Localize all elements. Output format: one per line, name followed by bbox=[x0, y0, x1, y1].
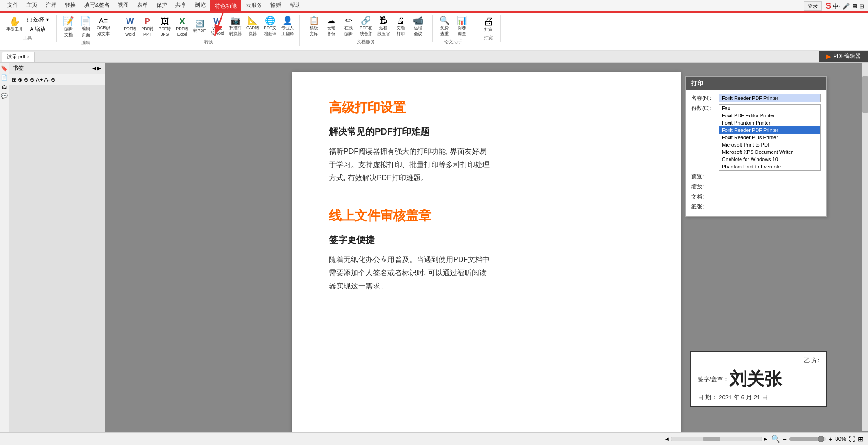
printer-onenote[interactable]: OneNote for Windows 10 bbox=[719, 156, 820, 163]
sidebar-tool-5[interactable]: A+ bbox=[36, 76, 43, 83]
sidebar-nav-icons: ◀ ▶ bbox=[92, 65, 101, 71]
compress-btn[interactable]: 🗜 远程线压缩 bbox=[375, 16, 392, 38]
pdf-to-excel-btn[interactable]: X PDF转Excel bbox=[174, 16, 191, 37]
survey-btn[interactable]: 📊 阅卷调查 bbox=[454, 16, 470, 38]
menu-convert[interactable]: 转换 bbox=[61, 0, 79, 12]
scroll-right-icon[interactable]: ▶ bbox=[764, 436, 767, 441]
cad-converter-btn[interactable]: 📐 CAD转换器 bbox=[244, 16, 261, 38]
zoom-minus-btn[interactable]: − bbox=[783, 435, 787, 443]
menu-protect[interactable]: 保护 bbox=[153, 0, 171, 12]
printer-fax[interactable]: Fax bbox=[719, 105, 820, 112]
select-tool-btn[interactable]: ⬚ 选择 ▾ bbox=[26, 16, 50, 24]
menu-gift[interactable]: 输赠 bbox=[267, 0, 285, 12]
compress-label: 远程线压缩 bbox=[377, 25, 390, 37]
template-lib-btn[interactable]: 📋 模板文库 bbox=[306, 16, 322, 38]
compress-icon: 🗜 bbox=[379, 16, 387, 25]
hand-tool-btn[interactable]: ✋ 手型工具 bbox=[5, 16, 25, 33]
scroll-bar-horizontal[interactable] bbox=[671, 437, 762, 441]
zoom-out-icon[interactable]: 🔍 bbox=[771, 435, 780, 443]
top-menu-bar: 文件 主页 注释 转换 填写&签名 视图 表单 保护 共享 浏览 特色功能 云服… bbox=[0, 0, 868, 13]
menu-annotate[interactable]: 注释 bbox=[42, 0, 60, 12]
sidebar-back-icon[interactable]: ◀ bbox=[92, 65, 96, 71]
remote-meeting-btn[interactable]: 📹 远程会议 bbox=[410, 16, 426, 38]
menu-special-function[interactable]: 特色功能 bbox=[210, 0, 241, 12]
login-button[interactable]: 登录 bbox=[804, 1, 822, 11]
scan-to-converter-btn[interactable]: 📷 扫描件转换器 bbox=[227, 16, 243, 38]
bookmark-icon[interactable]: 🔖 bbox=[1, 65, 8, 72]
layer-icon[interactable]: 🗂 bbox=[2, 84, 7, 90]
page-icon[interactable]: 📄 bbox=[1, 74, 8, 81]
free-check-btn[interactable]: 🔍 免费查重 bbox=[436, 16, 453, 38]
sidebar-tool-2[interactable]: ⊕ bbox=[18, 76, 23, 83]
sidebar-tool-3[interactable]: ⊖ bbox=[24, 76, 29, 83]
pdf-to-ppt-btn[interactable]: P PDF转PPT bbox=[139, 16, 156, 37]
ocr-btn[interactable]: A≡ OCR识别文本 bbox=[95, 16, 112, 38]
doc-tab-demo[interactable]: 演示.pdf × bbox=[2, 52, 35, 62]
sidebar-tool-4[interactable]: ⊕ bbox=[30, 76, 35, 83]
pdf-word-icon: W bbox=[126, 17, 134, 26]
printer-foxit-reader-plus[interactable]: Foxit Reader Plus Printer bbox=[719, 134, 820, 141]
print-dialog-content: 名称(N): 份数(C): Fax Foxit PDF Editor Print… bbox=[686, 90, 826, 216]
sidebar-forward-icon[interactable]: ▶ bbox=[97, 65, 101, 71]
menu-form[interactable]: 表单 bbox=[133, 0, 152, 12]
grid-view-icon[interactable]: ⊞ bbox=[858, 435, 863, 443]
printer-evernote[interactable]: Phantom Print to Evernote bbox=[719, 163, 820, 170]
doc-tab-close[interactable]: × bbox=[27, 54, 30, 59]
online-edit-icon: ✏ bbox=[345, 16, 352, 25]
fullscreen-icon[interactable]: ⛶ bbox=[849, 435, 855, 443]
zoom-slider[interactable] bbox=[789, 437, 826, 441]
scroll-left-icon[interactable]: ◀ bbox=[665, 436, 669, 441]
scroll-thumb-vertical bbox=[862, 76, 868, 113]
menu-file[interactable]: 文件 bbox=[4, 0, 22, 12]
menu-home[interactable]: 主页 bbox=[23, 0, 41, 12]
print-wide-btn[interactable]: 🖨 打宽 bbox=[480, 16, 497, 34]
zoom-thumb[interactable] bbox=[818, 436, 824, 442]
pro-translate-btn[interactable]: 👤 专业人工翻译 bbox=[279, 16, 296, 38]
sidebar-tool-1[interactable]: ⊞ bbox=[12, 76, 17, 83]
word-to-word-btn[interactable]: W Word转Word bbox=[209, 16, 226, 37]
menu-cloud[interactable]: 云服务 bbox=[242, 0, 266, 12]
menu-bar: 文件 主页 注释 转换 填写&签名 视图 表单 保护 共享 浏览 特色功能 云服… bbox=[4, 0, 304, 12]
online-edit-btn[interactable]: ✏ 在线编辑 bbox=[340, 16, 357, 38]
to-pdf-icon: 🔄 bbox=[195, 20, 204, 27]
printer-foxit-reader[interactable]: Foxit Reader PDF Printer bbox=[719, 126, 820, 134]
word-to-word-label: Word转Word bbox=[211, 26, 224, 37]
menu-share[interactable]: 共享 bbox=[172, 0, 190, 12]
edit-doc-btn[interactable]: 📝 编辑文档 bbox=[60, 16, 77, 39]
to-pdf-btn[interactable]: 🔄 转PDF bbox=[191, 19, 208, 35]
scroll-thumb-h bbox=[703, 437, 721, 441]
zoom-plus-btn[interactable]: + bbox=[829, 435, 832, 443]
pdf-to-jpg-label: PDF转JPG bbox=[159, 26, 171, 37]
pdf-merge-btn[interactable]: 🔗 PDF在线合并 bbox=[358, 16, 374, 38]
vertical-scrollbar[interactable] bbox=[862, 63, 868, 431]
sep4 bbox=[432, 15, 433, 42]
pdf-translate-btn[interactable]: 🌐 PDF文档翻译 bbox=[262, 16, 278, 38]
sidebar-tool-6[interactable]: A- bbox=[44, 76, 50, 83]
printer-foxit-editor[interactable]: Foxit PDF Editor Printer bbox=[719, 112, 820, 119]
print-preview-label: 预览: bbox=[691, 173, 719, 181]
menu-browse[interactable]: 浏览 bbox=[191, 0, 209, 12]
zoom-btn[interactable]: A 缩放 bbox=[26, 25, 50, 34]
bottom-bar: ◀ ▶ 🔍 − + 80% ⛶ ⊞ bbox=[0, 432, 868, 445]
section-print: 高级打印设置 解决常见的PDF打印难题 福昕PDF阅读器拥有强大的打印功能, 界… bbox=[329, 99, 644, 184]
printer-ms-xps[interactable]: Microsoft XPS Document Writer bbox=[719, 148, 820, 156]
menu-view[interactable]: 视图 bbox=[114, 0, 132, 12]
menu-help[interactable]: 帮助 bbox=[286, 0, 304, 12]
printer-foxit-phantom[interactable]: Foxit Phantom Printer bbox=[719, 119, 820, 126]
print-name-input[interactable] bbox=[719, 94, 821, 102]
cloud-backup-btn[interactable]: ☁ 云端备份 bbox=[323, 16, 339, 38]
edit-page-btn[interactable]: 📄 编辑页面 bbox=[78, 16, 94, 39]
comment-icon[interactable]: 💬 bbox=[1, 93, 8, 99]
pdf-to-word-btn[interactable]: W PDF转Word bbox=[122, 16, 138, 37]
sidebar-tool-7[interactable]: ⊕ bbox=[51, 76, 56, 83]
printer-list[interactable]: Fax Foxit PDF Editor Printer Foxit Phant… bbox=[719, 104, 821, 171]
ribbon-special-function: ✋ 手型工具 ⬚ 选择 ▾ A 缩放 工具 📝 编辑文档 📄 编 bbox=[0, 13, 868, 51]
date-value: 2021 年 6 月 21 日 bbox=[719, 394, 768, 401]
pdf-to-jpg-btn[interactable]: 🖼 PDF转JPG bbox=[157, 16, 173, 37]
print-paper-row: 纸张: bbox=[691, 203, 821, 211]
free-check-label: 免费查重 bbox=[440, 25, 449, 37]
menu-fill-sign[interactable]: 填写&签名 bbox=[80, 0, 113, 12]
remote-print-btn[interactable]: 🖨 文档打印 bbox=[392, 16, 409, 38]
online-edit-label: 在线编辑 bbox=[344, 25, 353, 37]
printer-ms-pdf[interactable]: Microsoft Print to PDF bbox=[719, 141, 820, 148]
